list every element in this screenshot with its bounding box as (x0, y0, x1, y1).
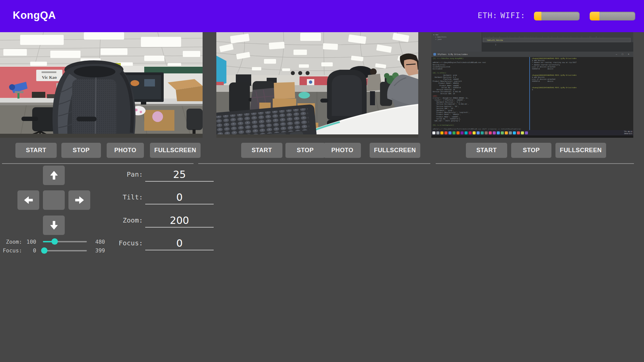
ide-tab: CameraOperator.kt × (557, 37, 574, 37)
focus-slider-max: 399 (95, 247, 109, 254)
taskbar-icon (493, 131, 496, 134)
camera1-photo-button[interactable]: PHOTO (107, 143, 144, 158)
camera2-feed (216, 32, 418, 138)
zoom-slider[interactable] (43, 241, 87, 242)
taskbar-icon (525, 131, 528, 134)
taskbar-icon (473, 131, 476, 134)
focus-slider-label: Focus: (0, 247, 22, 254)
taskbar-icon (501, 131, 504, 134)
taskbar-icon (485, 131, 488, 134)
taskbar-icon (440, 131, 443, 134)
tilt-field-label: Tilt: (106, 193, 143, 201)
ide-project-panel: ▪ app ▸ manifests ▾ java (431, 32, 482, 52)
monitor-bottom-edge (431, 135, 633, 138)
console-right-pane: zhuang11866220934685001 MSYS /g/My Drive… (532, 58, 632, 129)
eth-signal-fill (534, 12, 541, 20)
ide-tab: activity_main.xml × (504, 37, 522, 37)
zoom-field-label: Zoom: (106, 216, 143, 224)
console-title-bar: IPython: G:My Drive/codes (431, 52, 633, 57)
console-window: IPython: G:My Drive/codes – □ × [3]: k =… (431, 52, 633, 130)
taskbar-icon (517, 131, 520, 134)
taskbar-icon (452, 131, 455, 134)
ide-search-bar: TEMPLATE_PREVIEW (483, 38, 631, 42)
camera3-section-divider (436, 163, 634, 164)
tilt-down-button[interactable] (43, 216, 65, 235)
console-left-pane: [3]: k = RobotRun.kong.KongADB() adbCmd … (433, 58, 528, 129)
camera1-start-button[interactable]: START (15, 143, 57, 158)
taskbar-icon (521, 131, 524, 134)
wifi-label: WIFI: (500, 11, 525, 20)
camera1-stop-button[interactable]: STOP (61, 143, 101, 158)
window-controls: – □ × (616, 52, 631, 57)
ide-tab: Kong.kt × (577, 37, 585, 37)
taskbar-icon (436, 131, 439, 134)
pan-input[interactable] (145, 168, 214, 182)
taskbar-icon (444, 131, 447, 134)
camera1-fullscreen-button[interactable]: FULLSCREEN (150, 143, 201, 158)
camera3-stop-button[interactable]: STOP (511, 143, 551, 158)
taskbar-icon (457, 131, 460, 134)
console-line: $ (532, 89, 632, 91)
eth-signal-bar (534, 12, 580, 20)
pan-right-button[interactable] (68, 190, 90, 210)
ide-tab: MainActivity.kt × (524, 37, 539, 37)
wall-sign: Vic Kao (36, 70, 62, 81)
tilt-up-button[interactable] (43, 166, 65, 185)
zoom-input[interactable] (145, 214, 214, 228)
taskbar-icon (509, 131, 512, 134)
camera3-fullscreen-button[interactable]: FULLSCREEN (555, 143, 606, 158)
taskbar-icon (465, 131, 468, 134)
console-body: [3]: k = RobotRun.kong.KongADB() adbCmd … (431, 57, 633, 130)
taskbar-icon (461, 131, 464, 134)
camera3-desktop-capture: AndroidManifest.xml ×activity_main.xml ×… (431, 32, 633, 138)
console-window-icon (433, 53, 436, 56)
camera3-start-button[interactable]: START (466, 143, 507, 158)
focus-slider[interactable] (43, 250, 87, 251)
ide-tab: CameraViewKt × (542, 37, 554, 37)
taskbar-icon (489, 131, 492, 134)
zoom-slider-label: Zoom: (0, 239, 22, 245)
focus-input[interactable] (145, 237, 214, 250)
app-header: KongQA ETH: WIFI: (0, 0, 644, 32)
ide-tab-bar: AndroidManifest.xml ×activity_main.xml ×… (483, 33, 631, 37)
taskbar-icon (481, 131, 484, 134)
taskbar-icon (513, 131, 516, 134)
zoom-slider-thumb[interactable] (52, 238, 58, 245)
tilt-input[interactable] (145, 191, 214, 204)
camera2-photo-button[interactable]: PHOTO (324, 143, 361, 158)
taskbar-icon (448, 131, 451, 134)
taskbar-icon (497, 131, 500, 134)
camera2-section-divider (198, 163, 430, 164)
taskbar-icon (505, 131, 508, 134)
focus-slider-thumb[interactable] (41, 247, 47, 254)
camera2-stop-button[interactable]: STOP (285, 143, 325, 158)
camera1-feed: Vic Kao (0, 32, 203, 138)
arrow-down-icon (49, 220, 59, 230)
ide-project-tree: ▪ app ▸ manifests ▾ java (433, 34, 446, 41)
camera1-office-scene: Vic Kao (0, 32, 203, 138)
console-split-divider (529, 57, 530, 130)
ide-code-line: } (482, 42, 633, 52)
taskbar-clock: 下午 04:13 2020/12/2 (624, 130, 632, 135)
console-line: adbCmd = C:\EasyAVEngine\Tools\Android\A… (433, 128, 528, 129)
zoom-slider-min: 100 (24, 239, 36, 245)
taskbar-icon (477, 131, 480, 134)
app-title: KongQA (13, 9, 56, 21)
ptz-home-button[interactable] (43, 190, 65, 210)
ide-tab: build.gradle (app) × (587, 37, 605, 37)
camera2-fullscreen-button[interactable]: FULLSCREEN (370, 143, 420, 158)
camera3-feed: AndroidManifest.xml ×activity_main.xml ×… (431, 32, 633, 138)
taskbar-icon (432, 131, 435, 134)
svg-text:Vic Kao: Vic Kao (42, 75, 57, 80)
taskbar-icon (469, 131, 472, 134)
focus-slider-min: 0 (24, 247, 36, 254)
pan-left-button[interactable] (17, 190, 39, 210)
camera1-section-divider (2, 163, 194, 164)
clock-time: 下午 04:13 (624, 131, 632, 133)
camera2-start-button[interactable]: START (241, 143, 282, 158)
focus-field-label: Focus: (106, 239, 143, 247)
windows-taskbar (431, 130, 633, 135)
wifi-signal-bar (590, 12, 635, 20)
kongqa-app: { "header": { "title": "KongQA", "eth_la… (0, 0, 644, 362)
eth-label: ETH: (478, 11, 497, 20)
